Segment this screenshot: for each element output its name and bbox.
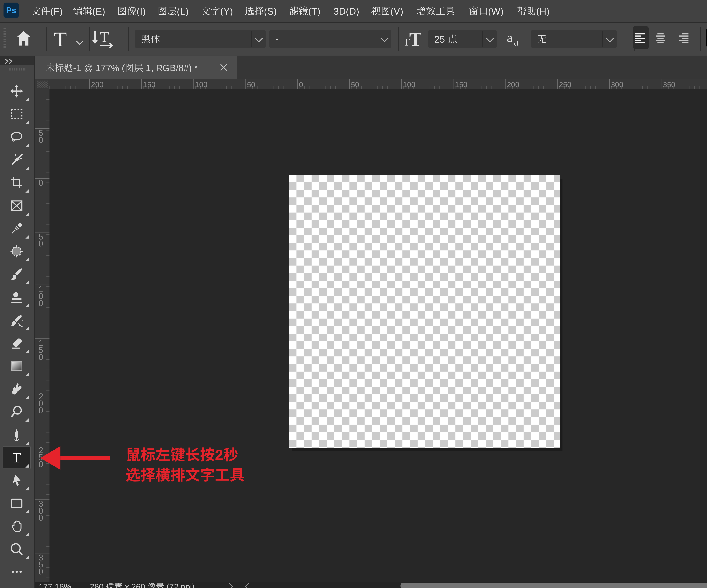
- svg-text:T: T: [409, 30, 421, 47]
- svg-text:T: T: [404, 36, 410, 47]
- svg-text:a: a: [514, 36, 518, 46]
- svg-text:T: T: [100, 31, 109, 45]
- svg-text:a: a: [507, 32, 513, 45]
- svg-text:T: T: [12, 451, 21, 464]
